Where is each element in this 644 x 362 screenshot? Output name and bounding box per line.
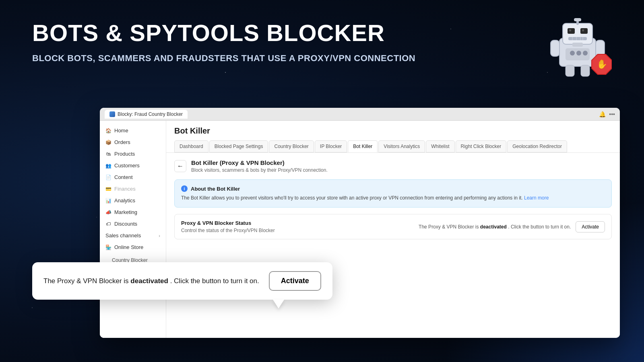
status-value: deactivated (480, 224, 507, 230)
status-card-left: Proxy & VPN Blocker Status Control the s… (181, 220, 275, 233)
status-card-title: Proxy & VPN Blocker Status (181, 220, 275, 226)
tooltip-text: The Proxy & VPN Blocker is deactivated .… (43, 277, 259, 285)
ellipsis-icon[interactable]: ••• (609, 111, 615, 117)
sidebar-item-label: Home (114, 128, 128, 134)
browser-body: 🏠 Home 📦 Orders 🛍 Products 👥 Customers 📄… (100, 121, 620, 338)
status-card-description: Control the status of the Proxy/VPN Bloc… (181, 228, 275, 233)
sidebar-item-label: Products (114, 151, 135, 157)
section-header: ← Bot Killer (Proxy & VPN Blocker) Block… (174, 159, 612, 173)
info-box: i About the Bot Killer The Bot Killer al… (174, 179, 612, 208)
sidebar-item-label: Customers (114, 162, 140, 169)
bell-icon[interactable]: 🔔 (599, 111, 606, 117)
svg-rect-1 (563, 23, 592, 44)
activate-button-small[interactable]: Activate (576, 221, 605, 232)
status-text: The Proxy & VPN Blocker is deactivated .… (419, 224, 571, 230)
activate-button-large[interactable]: Activate (269, 271, 321, 291)
page-title: Bot Killer (174, 126, 612, 136)
sidebar-item-label: Discounts (114, 221, 137, 227)
tooltip-arrow (273, 300, 284, 309)
sidebar-item-customers[interactable]: 👥 Customers (100, 160, 166, 171)
orders-icon: 📦 (105, 140, 111, 145)
marketing-icon: 📣 (105, 210, 111, 215)
back-button[interactable]: ← (174, 160, 186, 172)
info-box-text: The Bot Killer allows you to prevent vis… (181, 194, 605, 202)
tooltip-strong: deactivated (130, 277, 168, 285)
sidebar-item-finances: 💳 Finances (100, 183, 166, 195)
tab-whitelist[interactable]: Whitelist (426, 140, 454, 152)
svg-point-15 (570, 51, 575, 56)
discounts-icon: 🏷 (105, 221, 111, 227)
sidebar: 🏠 Home 📦 Orders 🛍 Products 👥 Customers 📄… (100, 121, 166, 338)
sidebar-item-analytics[interactable]: 📊 Analytics (100, 195, 166, 206)
sidebar-item-products[interactable]: 🛍 Products (100, 148, 166, 160)
main-area: Bot Killer Dashboard Blocked Page Settin… (166, 121, 620, 338)
tabs-row: Dashboard Blocked Page Settings Country … (174, 140, 612, 152)
sidebar-item-marketing[interactable]: 📣 Marketing (100, 206, 166, 218)
sidebar-item-label: Online Store (114, 244, 143, 250)
status-card-right: The Proxy & VPN Blocker is deactivated .… (419, 221, 605, 232)
status-card: Proxy & VPN Blocker Status Control the s… (174, 214, 612, 239)
svg-rect-6 (569, 29, 571, 31)
main-header: Bot Killer Dashboard Blocked Page Settin… (166, 121, 620, 153)
browser-window: Blocky: Fraud Country Blocker 🔔 ••• 🏠 Ho… (100, 108, 620, 338)
sidebar-item-label: Analytics (114, 197, 135, 204)
tab-visitors-analytics[interactable]: Visitors Analytics (378, 140, 425, 152)
tab-dashboard[interactable]: Dashboard (174, 140, 208, 152)
back-arrow-icon: ← (177, 162, 184, 170)
sidebar-item-discounts[interactable]: 🏷 Discounts (100, 218, 166, 230)
svg-point-16 (576, 51, 581, 56)
sidebar-item-label: Content (114, 174, 133, 180)
analytics-icon: 📊 (105, 198, 111, 204)
hero-title: BOTS & SPYTOOLS BLOCKER (32, 20, 612, 46)
info-box-title: i About the Bot Killer (181, 185, 605, 192)
sales-channels-label: Sales channels (105, 232, 141, 239)
svg-rect-8 (568, 37, 587, 40)
sidebar-item-content[interactable]: 📄 Content (100, 171, 166, 183)
store-icon: 🏪 (105, 245, 111, 250)
content-icon: 📄 (105, 175, 111, 180)
main-body: ← Bot Killer (Proxy & VPN Blocker) Block… (166, 153, 620, 338)
svg-rect-13 (572, 43, 583, 47)
section-title-group: Bot Killer (Proxy & VPN Blocker) Block v… (191, 159, 328, 173)
tab-label: Blocky: Fraud Country Blocker (118, 111, 183, 117)
svg-rect-18 (551, 40, 559, 56)
sidebar-item-online-store[interactable]: 🏪 Online Store (100, 241, 166, 253)
section-description: Block visitors, scammers & bots by their… (191, 167, 328, 173)
tab-country-blocker[interactable]: Country Blocker (269, 140, 314, 152)
tab-right-click-blocker[interactable]: Right Click Blocker (456, 140, 507, 152)
finances-icon: 💳 (105, 186, 111, 192)
browser-controls: 🔔 ••• (599, 111, 615, 117)
learn-more-link[interactable]: Learn more (524, 195, 549, 201)
section-title: Bot Killer (Proxy & VPN Blocker) (191, 159, 328, 166)
sales-channels-section: Sales channels › (100, 230, 166, 241)
svg-rect-3 (574, 18, 581, 21)
products-icon: 🛍 (105, 151, 111, 157)
customers-icon: 👥 (105, 163, 111, 169)
sidebar-item-home[interactable]: 🏠 Home (100, 125, 166, 136)
home-icon: 🏠 (105, 128, 111, 134)
tab-blocked-page-settings[interactable]: Blocked Page Settings (209, 140, 268, 152)
expand-icon[interactable]: › (159, 233, 160, 238)
tab-ip-blocker[interactable]: IP Blocker (315, 140, 347, 152)
svg-rect-21 (581, 65, 590, 76)
sidebar-item-label: Orders (114, 139, 130, 145)
sidebar-item-label: Marketing (114, 209, 137, 215)
sidebar-item-label: Finances (114, 186, 136, 192)
info-icon: i (181, 185, 188, 192)
tab-bot-killer[interactable]: Bot Killer (348, 140, 378, 152)
app-icon (109, 111, 115, 117)
browser-tab[interactable]: Blocky: Fraud Country Blocker (105, 110, 188, 119)
svg-point-17 (583, 51, 588, 56)
hero-subtitle: BLOCK BOTS, SCAMMERS AND FRAUDSTERS THAT… (32, 52, 612, 65)
tooltip-overlay: The Proxy & VPN Blocker is deactivated .… (32, 262, 332, 300)
robot-icon: ✋ (547, 16, 612, 80)
svg-rect-20 (566, 65, 574, 76)
browser-titlebar: Blocky: Fraud Country Blocker 🔔 ••• (100, 108, 620, 121)
svg-text:✋: ✋ (597, 59, 608, 70)
svg-rect-7 (582, 29, 584, 31)
sidebar-item-orders[interactable]: 📦 Orders (100, 136, 166, 148)
tab-geolocation-redirector[interactable]: Geolocation Redirector (507, 140, 567, 152)
